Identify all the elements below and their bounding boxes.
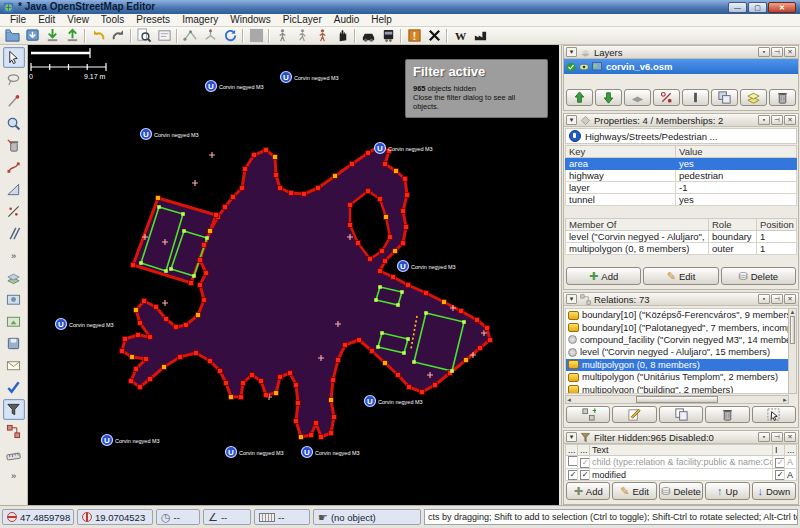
delete-tool-icon[interactable] — [3, 135, 25, 156]
tag-row[interactable]: highwaypedestrian — [566, 170, 797, 182]
membership-row[interactable]: multipolygon (0, 8 members)outer1 — [566, 243, 797, 255]
photo-layer-icon[interactable] — [3, 289, 25, 310]
edit-filter-button[interactable]: ✎Edit — [612, 482, 656, 500]
zoom-tool-icon[interactable] — [3, 113, 25, 134]
invert-checkbox[interactable]: ✓ — [775, 470, 785, 480]
unpin-icon[interactable]: ⊣ — [771, 432, 783, 442]
horizontal-scrollbar[interactable]: ◄► — [565, 395, 789, 404]
walk-c-icon[interactable] — [312, 27, 332, 44]
close-panel-icon[interactable]: ✕ — [784, 115, 796, 125]
parallel-tool-icon[interactable] — [3, 223, 25, 244]
photo-import-icon[interactable] — [3, 311, 25, 332]
measure-icon[interactable] — [3, 443, 25, 464]
layer-down-button[interactable] — [595, 89, 622, 106]
layer-duplicate-button[interactable] — [711, 89, 738, 106]
layer-visible-eye-icon[interactable] — [579, 62, 589, 72]
rel-edit-button[interactable] — [612, 406, 656, 423]
collapse-icon[interactable]: ▾ — [566, 115, 577, 125]
hand-icon[interactable] — [332, 27, 352, 44]
note-icon[interactable] — [3, 355, 25, 376]
tag-row[interactable]: tunnelyes — [566, 194, 797, 206]
enable-checkbox[interactable] — [568, 456, 578, 466]
layer-opacity-button[interactable] — [653, 89, 680, 106]
vertical-scrollbar[interactable]: ▲ — [788, 308, 797, 394]
wireframe-style-icon[interactable] — [180, 27, 200, 44]
rel-duplicate-button[interactable] — [659, 406, 703, 423]
menu-audio[interactable]: Audio — [328, 14, 366, 26]
refresh-icon[interactable] — [220, 27, 240, 44]
more-tools-2-icon[interactable]: » — [3, 465, 25, 486]
save-icon[interactable] — [22, 27, 42, 44]
move-up-button[interactable]: ↑Up — [705, 482, 749, 500]
validate-icon[interactable] — [3, 377, 25, 398]
menu-help[interactable]: Help — [365, 14, 398, 26]
collapse-icon[interactable]: ▾ — [566, 294, 577, 304]
preferences-icon[interactable] — [154, 27, 174, 44]
menu-edit[interactable]: Edit — [32, 14, 61, 26]
collapse-icon[interactable]: ▾ — [566, 47, 577, 57]
edit-tag-button[interactable]: ✎Edit — [643, 267, 718, 285]
sticky-icon[interactable]: ▪ — [758, 432, 770, 442]
draw-tool-icon[interactable] — [3, 91, 25, 112]
unpin-icon[interactable]: ⊣ — [771, 294, 783, 304]
menu-imagery[interactable]: Imagery — [176, 14, 224, 26]
lasso-tool-icon[interactable] — [3, 69, 25, 90]
menu-presets[interactable]: Presets — [130, 14, 176, 26]
upload-icon[interactable] — [62, 27, 82, 44]
open-icon[interactable] — [2, 27, 22, 44]
sticky-icon[interactable]: ▪ — [758, 47, 770, 57]
menu-windows[interactable]: Windows — [224, 14, 277, 26]
close-tool-icon[interactable] — [424, 27, 444, 44]
menu-file[interactable]: File — [4, 14, 32, 26]
move-down-button[interactable]: ↓Down — [752, 482, 796, 500]
rel-new-button[interactable]: + — [566, 406, 610, 423]
walk-a-icon[interactable] — [272, 27, 292, 44]
unpin-icon[interactable]: ⊣ — [771, 115, 783, 125]
tag-row[interactable]: areayes — [566, 158, 797, 170]
more-tools-icon[interactable]: » — [3, 245, 25, 266]
trash-button[interactable] — [769, 89, 796, 106]
bus-icon[interactable] — [378, 27, 398, 44]
letter-w-icon[interactable]: W — [450, 27, 470, 44]
menu-view[interactable]: View — [61, 14, 95, 26]
blank-icon[interactable] — [246, 27, 266, 44]
layer-activate-button[interactable] — [624, 89, 651, 106]
select-tool-icon[interactable] — [3, 47, 25, 68]
relation-item[interactable]: multipolygon ("building", 2 members) — [566, 383, 788, 394]
relation-item[interactable]: boundary[10] ("Palotanegyed", 7 members,… — [566, 321, 788, 333]
zoom-selection-icon[interactable] — [134, 27, 154, 44]
menu-piclayer[interactable]: PicLayer — [277, 14, 328, 26]
filter-row[interactable]: ✓ child (type:relation & facility:public… — [566, 456, 797, 469]
rel-select-button[interactable] — [752, 406, 796, 423]
add-tag-button[interactable]: ✚Add — [566, 267, 641, 285]
delete-tag-button[interactable]: ⛁Delete — [721, 267, 796, 285]
relation-item-selected[interactable]: multipolygon (0, 8 members) — [566, 359, 788, 371]
preset-link[interactable]: Highways/Streets/Pedestrian ... — [565, 128, 797, 144]
car-icon[interactable] — [358, 27, 378, 44]
relation-edit-icon[interactable] — [3, 421, 25, 442]
invert-checkbox[interactable]: ✓ — [775, 458, 785, 468]
close-panel-icon[interactable]: ✕ — [784, 294, 796, 304]
tag-row[interactable]: layer-1 — [566, 182, 797, 194]
relation-item[interactable]: compound_facility ("Corvin negyed M3", 1… — [566, 334, 788, 346]
redo-icon[interactable] — [108, 27, 128, 44]
maximize-button[interactable]: ▢ — [748, 2, 767, 13]
relation-item[interactable]: boundary[10] ("Középső-Ferencváros", 9 m… — [566, 309, 788, 321]
menu-tools[interactable]: Tools — [95, 14, 130, 26]
enable-checkbox[interactable]: ✓ — [568, 470, 578, 480]
trash-button[interactable] — [705, 406, 749, 423]
filter-tool-icon[interactable] — [3, 399, 25, 420]
relation-item[interactable]: level ("Corvin negyed - Aluljaro", 15 me… — [566, 346, 788, 358]
hide-checkbox[interactable]: ✓ — [580, 470, 590, 480]
session-icon[interactable] — [3, 333, 25, 354]
hide-checkbox[interactable]: ✓ — [580, 458, 590, 468]
minimize-button[interactable]: — — [728, 2, 747, 13]
node-style-icon[interactable] — [200, 27, 220, 44]
filter-row[interactable]: ✓ ✓ modified ✓ A — [566, 469, 797, 481]
unpin-icon[interactable]: ⊣ — [771, 47, 783, 57]
walk-b-icon[interactable] — [292, 27, 312, 44]
close-button[interactable]: ✕ — [768, 2, 796, 13]
restriction-icon[interactable]: ! — [404, 27, 424, 44]
improve-accuracy-tool-icon[interactable] — [3, 179, 25, 200]
membership-row[interactable]: level ("Corvin negyed - Aluljaro", 15 me… — [566, 231, 797, 243]
